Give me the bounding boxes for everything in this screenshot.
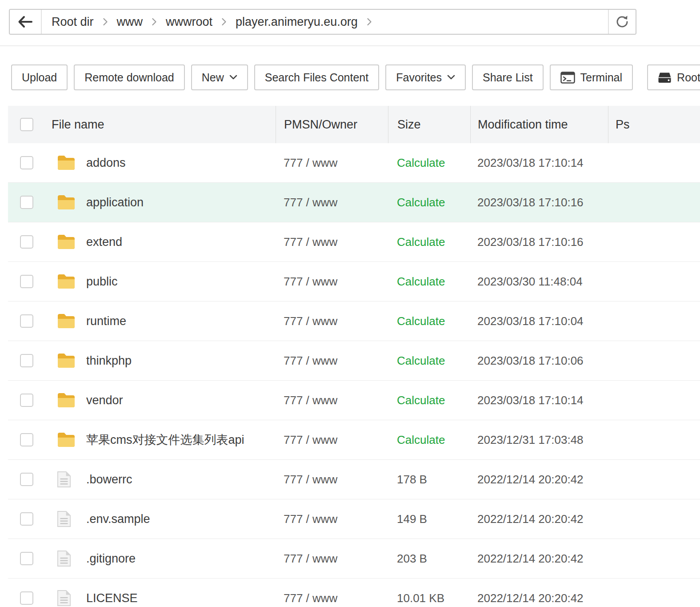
file-name[interactable]: thinkphp (86, 354, 132, 368)
calculate-size-link[interactable]: Calculate (388, 433, 470, 447)
table-row[interactable]: application 777 / www Calculate 2023/03/… (8, 183, 700, 222)
file-owner: 777 / www (276, 156, 388, 170)
table-body: addons 777 / www Calculate 2023/03/18 17… (8, 143, 700, 607)
file-name[interactable]: .env.sample (86, 512, 150, 526)
file-name[interactable]: .gitignore (86, 552, 136, 566)
calculate-size-link[interactable]: Calculate (388, 314, 470, 328)
file-name[interactable]: extend (86, 235, 122, 249)
file-size: 178 B (388, 473, 470, 486)
chevron-right-icon (221, 17, 227, 26)
table-row[interactable]: .env.sample 777 / www 149 B 2022/12/14 2… (8, 499, 700, 539)
file-owner: 777 / www (276, 275, 388, 289)
file-modification-time: 2023/12/31 17:03:48 (470, 433, 608, 447)
file-name[interactable]: addons (86, 156, 126, 170)
upload-button-label: Upload (22, 71, 57, 84)
row-checkbox[interactable] (20, 196, 33, 209)
table-header: File name PMSN/Owner Size Modification t… (8, 106, 700, 143)
share-list-button[interactable]: Share List (472, 64, 544, 90)
breadcrumb-item[interactable]: player.animeryu.eu.org (236, 15, 358, 29)
file-owner: 777 / www (276, 552, 388, 566)
row-checkbox[interactable] (20, 235, 33, 249)
folder-icon (57, 353, 76, 369)
file-modification-time: 2022/12/14 20:20:42 (470, 512, 608, 526)
file-modification-time: 2023/03/18 17:10:04 (470, 314, 608, 328)
table-row[interactable]: LICENSE 777 / www 10.01 KB 2022/12/14 20… (8, 579, 700, 607)
row-checkbox[interactable] (20, 433, 33, 446)
file-modification-time: 2023/03/18 17:10:16 (470, 196, 608, 209)
file-name[interactable]: runtime (86, 314, 126, 328)
chevron-down-icon (447, 75, 455, 80)
row-checkbox[interactable] (20, 512, 33, 526)
row-checkbox[interactable] (20, 394, 33, 407)
breadcrumb: Root dir www wwwroot player.animeryu.eu.… (42, 10, 608, 34)
row-checkbox[interactable] (20, 354, 33, 367)
root-dir-button[interactable]: Root dir ( (647, 64, 700, 90)
file-owner: 777 / www (276, 394, 388, 407)
calculate-size-link[interactable]: Calculate (388, 275, 470, 289)
calculate-size-link[interactable]: Calculate (388, 394, 470, 407)
file-owner: 777 / www (276, 196, 388, 209)
column-header-ps: Ps (608, 106, 700, 143)
search-files-content-label: Search Files Content (265, 71, 368, 84)
file-icon (57, 550, 76, 567)
table-row[interactable]: public 777 / www Calculate 2023/03/30 11… (8, 262, 700, 301)
file-modification-time: 2023/03/18 17:10:14 (470, 394, 608, 407)
row-checkbox[interactable] (20, 156, 33, 169)
select-all-checkbox[interactable] (20, 118, 33, 131)
file-modification-time: 2022/12/14 20:20:42 (470, 552, 608, 566)
file-modification-time: 2023/03/18 17:10:16 (470, 235, 608, 249)
column-header-modification-time: Modification time (470, 106, 608, 143)
row-checkbox[interactable] (20, 275, 33, 288)
back-button[interactable] (10, 10, 42, 34)
table-row[interactable]: addons 777 / www Calculate 2023/03/18 17… (8, 143, 700, 183)
file-name[interactable]: application (86, 196, 144, 209)
table-row[interactable]: extend 777 / www Calculate 2023/03/18 17… (8, 222, 700, 262)
file-modification-time: 2022/12/14 20:20:42 (470, 473, 608, 486)
row-checkbox[interactable] (20, 591, 33, 605)
file-size: 10.01 KB (388, 591, 470, 605)
file-name[interactable]: public (86, 275, 118, 289)
remote-download-button[interactable]: Remote download (74, 64, 185, 90)
calculate-size-link[interactable]: Calculate (388, 156, 470, 170)
terminal-button[interactable]: Terminal (550, 64, 633, 90)
row-checkbox[interactable] (20, 552, 33, 565)
breadcrumb-item[interactable]: Root dir (52, 15, 94, 29)
chevron-right-icon (366, 17, 372, 26)
file-name[interactable]: LICENSE (86, 591, 138, 605)
terminal-icon (560, 72, 575, 84)
table-row[interactable]: thinkphp 777 / www Calculate 2023/03/18 … (8, 341, 700, 381)
chevron-right-icon (102, 17, 108, 26)
breadcrumb-item[interactable]: wwwroot (166, 15, 212, 29)
row-checkbox[interactable] (20, 473, 33, 486)
file-owner: 777 / www (276, 473, 388, 486)
table-row[interactable]: vendor 777 / www Calculate 2023/03/18 17… (8, 381, 700, 420)
file-owner: 777 / www (276, 591, 388, 605)
refresh-button[interactable] (608, 10, 636, 34)
calculate-size-link[interactable]: Calculate (388, 196, 470, 209)
table-row[interactable]: .gitignore 777 / www 203 B 2022/12/14 20… (8, 539, 700, 579)
new-button[interactable]: New (191, 64, 248, 90)
folder-icon (57, 432, 76, 448)
hard-drive-icon (658, 72, 672, 84)
folder-icon (57, 155, 76, 171)
folder-icon (57, 194, 76, 210)
search-files-content-button[interactable]: Search Files Content (254, 64, 379, 90)
calculate-size-link[interactable]: Calculate (388, 235, 470, 249)
table-row[interactable]: 苹果cms对接文件选集列表api 777 / www Calculate 202… (8, 420, 700, 460)
calculate-size-link[interactable]: Calculate (388, 354, 470, 368)
upload-button[interactable]: Upload (11, 64, 68, 90)
file-owner: 777 / www (276, 433, 388, 447)
table-row[interactable]: runtime 777 / www Calculate 2023/03/18 1… (8, 301, 700, 341)
file-name[interactable]: .bowerrc (86, 473, 132, 486)
new-button-label: New (202, 71, 224, 84)
favorites-button[interactable]: Favorites (385, 64, 466, 90)
file-owner: 777 / www (276, 314, 388, 328)
chevron-right-icon (151, 17, 157, 26)
file-icon (57, 471, 76, 488)
table-row[interactable]: .bowerrc 777 / www 178 B 2022/12/14 20:2… (8, 460, 700, 499)
file-name[interactable]: 苹果cms对接文件选集列表api (86, 432, 244, 448)
row-checkbox[interactable] (20, 314, 33, 328)
column-header-owner: PMSN/Owner (276, 106, 388, 143)
breadcrumb-item[interactable]: www (117, 15, 143, 29)
file-name[interactable]: vendor (86, 394, 123, 407)
